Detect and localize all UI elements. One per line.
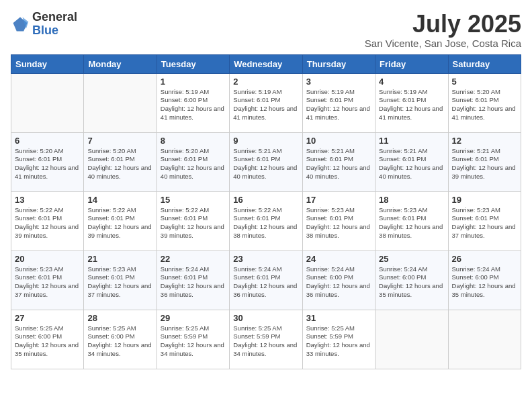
day-number: 3 (306, 77, 371, 87)
calendar-cell: 5Sunrise: 5:20 AM Sunset: 6:01 PM Daylig… (448, 73, 521, 132)
day-info: Sunrise: 5:21 AM Sunset: 6:01 PM Dayligh… (452, 147, 517, 181)
day-info: Sunrise: 5:23 AM Sunset: 6:01 PM Dayligh… (379, 206, 444, 240)
day-info: Sunrise: 5:20 AM Sunset: 6:01 PM Dayligh… (452, 88, 517, 122)
calendar-week-3: 13Sunrise: 5:22 AM Sunset: 6:01 PM Dayli… (11, 191, 521, 250)
calendar-cell: 15Sunrise: 5:22 AM Sunset: 6:01 PM Dayli… (157, 191, 229, 250)
column-header-monday: Monday (84, 54, 157, 73)
calendar-cell: 11Sunrise: 5:21 AM Sunset: 6:01 PM Dayli… (375, 132, 448, 191)
day-info: Sunrise: 5:20 AM Sunset: 6:01 PM Dayligh… (87, 147, 152, 181)
calendar-cell: 26Sunrise: 5:24 AM Sunset: 6:00 PM Dayli… (448, 250, 521, 310)
calendar-cell: 29Sunrise: 5:25 AM Sunset: 5:59 PM Dayli… (157, 310, 229, 369)
calendar-week-1: 1Sunrise: 5:19 AM Sunset: 6:00 PM Daylig… (11, 73, 521, 132)
day-info: Sunrise: 5:24 AM Sunset: 6:01 PM Dayligh… (161, 265, 226, 300)
calendar-cell: 6Sunrise: 5:20 AM Sunset: 6:01 PM Daylig… (11, 132, 84, 191)
calendar-header-row: SundayMondayTuesdayWednesdayThursdayFrid… (11, 54, 521, 73)
day-number: 6 (15, 136, 80, 146)
day-info: Sunrise: 5:21 AM Sunset: 6:01 PM Dayligh… (233, 147, 298, 181)
day-number: 27 (15, 313, 80, 323)
day-number: 14 (87, 195, 152, 205)
day-number: 21 (87, 254, 152, 264)
calendar-cell (448, 310, 521, 369)
day-info: Sunrise: 5:19 AM Sunset: 6:00 PM Dayligh… (161, 88, 226, 122)
day-number: 22 (161, 254, 226, 264)
day-info: Sunrise: 5:19 AM Sunset: 6:01 PM Dayligh… (379, 88, 444, 122)
calendar-cell: 1Sunrise: 5:19 AM Sunset: 6:00 PM Daylig… (157, 73, 229, 132)
page-header: General Blue July 2025 San Vicente, San … (11, 11, 521, 49)
day-info: Sunrise: 5:22 AM Sunset: 6:01 PM Dayligh… (161, 206, 226, 240)
day-info: Sunrise: 5:21 AM Sunset: 6:01 PM Dayligh… (306, 147, 371, 181)
calendar-cell: 9Sunrise: 5:21 AM Sunset: 6:01 PM Daylig… (230, 132, 302, 191)
day-number: 23 (233, 254, 298, 264)
logo-text: General Blue (32, 11, 77, 38)
calendar-cell: 4Sunrise: 5:19 AM Sunset: 6:01 PM Daylig… (375, 73, 448, 132)
day-info: Sunrise: 5:25 AM Sunset: 5:59 PM Dayligh… (161, 324, 226, 359)
day-number: 25 (379, 254, 444, 264)
day-number: 26 (452, 254, 517, 264)
day-number: 13 (15, 195, 80, 205)
day-number: 5 (452, 77, 517, 87)
day-number: 16 (233, 195, 298, 205)
calendar-cell: 20Sunrise: 5:23 AM Sunset: 6:01 PM Dayli… (11, 250, 84, 310)
day-info: Sunrise: 5:25 AM Sunset: 5:59 PM Dayligh… (306, 324, 371, 359)
calendar-cell: 22Sunrise: 5:24 AM Sunset: 6:01 PM Dayli… (157, 250, 229, 310)
calendar-cell (11, 73, 84, 132)
column-header-saturday: Saturday (448, 54, 521, 73)
calendar-cell: 27Sunrise: 5:25 AM Sunset: 6:00 PM Dayli… (11, 310, 84, 369)
calendar-cell: 12Sunrise: 5:21 AM Sunset: 6:01 PM Dayli… (448, 132, 521, 191)
day-info: Sunrise: 5:21 AM Sunset: 6:01 PM Dayligh… (379, 147, 444, 181)
day-info: Sunrise: 5:24 AM Sunset: 6:00 PM Dayligh… (306, 265, 371, 300)
day-info: Sunrise: 5:23 AM Sunset: 6:01 PM Dayligh… (87, 265, 152, 300)
day-info: Sunrise: 5:20 AM Sunset: 6:01 PM Dayligh… (161, 147, 226, 181)
calendar-cell: 23Sunrise: 5:24 AM Sunset: 6:01 PM Dayli… (230, 250, 302, 310)
day-number: 11 (379, 136, 444, 146)
calendar-cell (84, 73, 157, 132)
logo: General Blue (11, 11, 77, 38)
calendar-subtitle: San Vicente, San Jose, Costa Rica (365, 38, 521, 49)
day-number: 2 (233, 77, 298, 87)
day-info: Sunrise: 5:23 AM Sunset: 6:01 PM Dayligh… (306, 206, 371, 240)
column-header-thursday: Thursday (302, 54, 375, 73)
calendar-cell: 24Sunrise: 5:24 AM Sunset: 6:00 PM Dayli… (302, 250, 375, 310)
calendar-cell: 25Sunrise: 5:24 AM Sunset: 6:00 PM Dayli… (375, 250, 448, 310)
calendar-cell: 10Sunrise: 5:21 AM Sunset: 6:01 PM Dayli… (302, 132, 375, 191)
calendar-cell: 14Sunrise: 5:22 AM Sunset: 6:01 PM Dayli… (84, 191, 157, 250)
day-number: 29 (161, 313, 226, 323)
title-block: July 2025 San Vicente, San Jose, Costa R… (365, 11, 521, 49)
logo-general: General (32, 11, 77, 24)
calendar-week-2: 6Sunrise: 5:20 AM Sunset: 6:01 PM Daylig… (11, 132, 521, 191)
day-number: 18 (379, 195, 444, 205)
calendar-table: SundayMondayTuesdayWednesdayThursdayFrid… (11, 54, 521, 369)
calendar-week-5: 27Sunrise: 5:25 AM Sunset: 6:00 PM Dayli… (11, 310, 521, 369)
day-info: Sunrise: 5:24 AM Sunset: 6:00 PM Dayligh… (452, 265, 517, 300)
logo-blue: Blue (32, 24, 77, 38)
day-info: Sunrise: 5:24 AM Sunset: 6:00 PM Dayligh… (379, 265, 444, 300)
day-number: 1 (161, 77, 226, 87)
day-info: Sunrise: 5:24 AM Sunset: 6:01 PM Dayligh… (233, 265, 298, 300)
day-info: Sunrise: 5:25 AM Sunset: 5:59 PM Dayligh… (233, 324, 298, 359)
column-header-sunday: Sunday (11, 54, 84, 73)
calendar-cell: 17Sunrise: 5:23 AM Sunset: 6:01 PM Dayli… (302, 191, 375, 250)
day-number: 10 (306, 136, 371, 146)
day-number: 7 (87, 136, 152, 146)
calendar-cell: 28Sunrise: 5:25 AM Sunset: 6:00 PM Dayli… (84, 310, 157, 369)
day-info: Sunrise: 5:20 AM Sunset: 6:01 PM Dayligh… (15, 147, 80, 181)
column-header-tuesday: Tuesday (157, 54, 229, 73)
day-number: 15 (161, 195, 226, 205)
day-info: Sunrise: 5:22 AM Sunset: 6:01 PM Dayligh… (87, 206, 152, 240)
calendar-cell: 7Sunrise: 5:20 AM Sunset: 6:01 PM Daylig… (84, 132, 157, 191)
day-info: Sunrise: 5:19 AM Sunset: 6:01 PM Dayligh… (306, 88, 371, 122)
calendar-title: July 2025 (365, 11, 521, 38)
day-number: 19 (452, 195, 517, 205)
day-info: Sunrise: 5:22 AM Sunset: 6:01 PM Dayligh… (15, 206, 80, 240)
logo-icon (11, 15, 30, 34)
day-number: 17 (306, 195, 371, 205)
day-info: Sunrise: 5:19 AM Sunset: 6:01 PM Dayligh… (233, 88, 298, 122)
day-number: 4 (379, 77, 444, 87)
calendar-cell (375, 310, 448, 369)
day-number: 28 (87, 313, 152, 323)
calendar-cell: 8Sunrise: 5:20 AM Sunset: 6:01 PM Daylig… (157, 132, 229, 191)
calendar-cell: 16Sunrise: 5:22 AM Sunset: 6:01 PM Dayli… (230, 191, 302, 250)
day-number: 30 (233, 313, 298, 323)
day-info: Sunrise: 5:25 AM Sunset: 6:00 PM Dayligh… (87, 324, 152, 359)
calendar-cell: 13Sunrise: 5:22 AM Sunset: 6:01 PM Dayli… (11, 191, 84, 250)
